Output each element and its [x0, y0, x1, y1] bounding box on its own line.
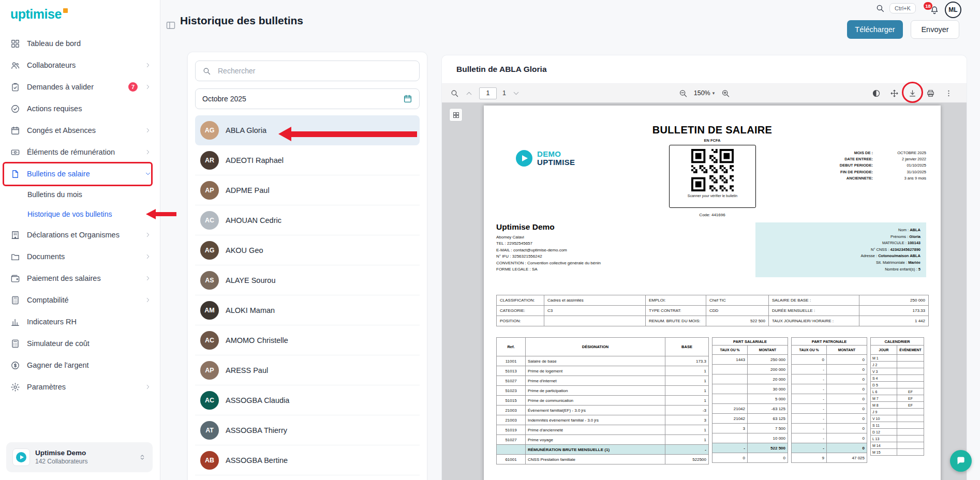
cell-pat-montant: 0: [827, 394, 867, 404]
period-value: Octobre 2025: [202, 95, 246, 103]
employee-list-item[interactable]: ACAHOUAN Cedric: [195, 205, 420, 235]
avatar: AP: [200, 181, 219, 200]
sidebar-item-simulateur-de-cout[interactable]: Simulateur de coût: [0, 333, 160, 354]
page-number-input[interactable]: [479, 87, 497, 99]
cell-evenement: [897, 362, 924, 368]
employee-list-item[interactable]: ATASSOGBA Thierry: [195, 415, 420, 445]
employee-list-item[interactable]: AMALOKI Maman: [195, 295, 420, 325]
print-icon[interactable]: [926, 89, 935, 98]
cell-evenement: [897, 415, 924, 422]
employee-list-panel: Octobre 2025 AGABLA GloriaARADEOTI Rapha…: [187, 52, 427, 480]
cell-pat-taux: 9: [792, 453, 827, 463]
next-page-icon[interactable]: [512, 89, 521, 98]
download-button[interactable]: Télécharger: [847, 20, 903, 39]
payslip-table: Ref. DÉSIGNATION BASE 11001Salaire de ba…: [496, 337, 924, 464]
theme-contrast-icon[interactable]: [872, 89, 881, 98]
sidebar-item-conges-et-absences[interactable]: Congés et Absences: [0, 119, 160, 141]
previous-page-icon[interactable]: [465, 89, 473, 98]
sidebar-subitem-historique-de-vos-bulletins[interactable]: Historique de vos bulletins: [0, 204, 160, 224]
zoom-in-icon[interactable]: [721, 89, 730, 98]
cell-ref: [497, 445, 526, 455]
avatar: AT: [200, 421, 219, 440]
employee-search-input[interactable]: [217, 66, 412, 76]
employee-info-block: Nom : ABLAPrénoms : GloriaMATRICULE : 10…: [755, 222, 926, 277]
collapse-sidebar-button[interactable]: [166, 19, 179, 32]
employee-list-item[interactable]: APARESS Paul: [195, 355, 420, 385]
pdf-viewport[interactable]: BULLETIN DE SALAIRE EN FCFA DEMO UPTIMIS…: [442, 103, 967, 480]
sidebar-item-actions-requises[interactable]: Actions requises: [0, 98, 160, 119]
calendar-icon: [403, 94, 412, 103]
uptimise-logo[interactable]: uptimise: [0, 0, 160, 30]
sidebar-item-documents[interactable]: Documents: [0, 246, 160, 267]
sidebar-subitem-bulletins-du-mois[interactable]: Bulletins du mois: [0, 185, 160, 204]
calendar-row: M 14: [871, 442, 924, 449]
send-button[interactable]: Envoyer: [911, 20, 959, 39]
employee-list-item[interactable]: ASALAYE Sourou: [195, 265, 420, 295]
employee-list-item[interactable]: APADPME Paul: [195, 175, 420, 205]
classification-cell: CATEGORIE:: [497, 306, 544, 316]
part-patronale-table: PART PATRONALE TAUX OU % MONTANT 00-0-0-…: [791, 337, 867, 463]
user-avatar[interactable]: ML: [945, 2, 961, 18]
org-switcher[interactable]: Uptimise Demo 142 Collaborateurs: [6, 442, 153, 472]
qr-caption: Scanner pour vérifier le bulletin: [688, 194, 738, 198]
notifications-button[interactable]: 18: [929, 5, 940, 15]
pan-tool-icon[interactable]: [890, 89, 899, 98]
expand-collapse-icon: [138, 453, 146, 461]
employee-list-item[interactable]: AGAKOU Geo: [195, 235, 420, 265]
avatar: AG: [200, 241, 219, 260]
folder-icon: [10, 252, 20, 262]
global-search: Ctrl+K: [875, 3, 916, 13]
sidebar-item-comptabilite[interactable]: Comptabilité: [0, 289, 160, 311]
employee-list-item[interactable]: ACAMOMO Christelle: [195, 325, 420, 355]
classification-cell: CLASSIFICATION:: [497, 295, 544, 306]
avatar: AG: [200, 121, 219, 140]
chevron-right-icon: [144, 253, 152, 260]
period-select[interactable]: Octobre 2025: [195, 88, 420, 109]
payslip-row: 51019Prime d'ancienneté1: [497, 425, 709, 435]
zoom-level-select[interactable]: 150% ▾: [694, 89, 715, 97]
chat-widget-button[interactable]: [950, 450, 972, 472]
payslip-meta-row: ANCIENNETE:3 ans 9 mois: [791, 175, 926, 182]
cell-jour: M 1: [871, 355, 897, 362]
sidebar-item-demandes-a-valider[interactable]: Demandes à valider7: [0, 76, 160, 98]
find-in-document-icon[interactable]: [450, 89, 459, 98]
sidebar-item-parametres[interactable]: Paramètres: [0, 376, 160, 398]
caret-down-icon: ▾: [712, 91, 715, 96]
sidebar-item-paiement-des-salaires[interactable]: Paiement des salaires: [0, 267, 160, 289]
employee-list-item[interactable]: ABASSOGBA Bertine: [195, 445, 420, 475]
cell-evenement: [897, 409, 924, 415]
cell-pat-taux: -: [792, 394, 827, 404]
cell-jour: J 9: [871, 409, 897, 415]
play-icon: [516, 150, 532, 167]
calendar-row: V 3: [871, 368, 924, 375]
payslip-row: 51027Prime d'internet1: [497, 376, 709, 386]
classification-cell: 173.33: [859, 306, 929, 316]
zoom-out-icon[interactable]: [679, 89, 688, 98]
calendar-row: L 6EF: [871, 388, 924, 395]
employee-name: AMOMO Christelle: [226, 336, 288, 344]
employee-list-item[interactable]: ARADEOTI Raphael: [195, 145, 420, 175]
sidebar-item-tableau-de-bord[interactable]: Tableau de bord: [0, 33, 160, 54]
download-icon[interactable]: [908, 89, 917, 98]
sidebar-item-declarations-et-organismes[interactable]: Déclarations et Organismes: [0, 224, 160, 246]
sidebar-item-collaborateurs[interactable]: Collaborateurs: [0, 54, 160, 76]
more-options-icon[interactable]: [944, 89, 953, 98]
earnings-table: Ref. DÉSIGNATION BASE 11001Salaire de ba…: [496, 337, 709, 464]
cell-ref: 51019: [497, 425, 526, 435]
search-icon[interactable]: [875, 4, 885, 13]
sidebar-item-gagner-de-l-argent[interactable]: Gagner de l'argent: [0, 354, 160, 376]
payslip-document: BULLETIN DE SALAIRE EN FCFA DEMO UPTIMIS…: [484, 106, 941, 480]
employee-list-item[interactable]: ACASSOGBA Claudia: [195, 385, 420, 415]
employee-search[interactable]: [195, 61, 420, 81]
sidebar-item-indicateurs-rh[interactable]: Indicateurs RH: [0, 311, 160, 333]
employee-name: ABLA Gloria: [226, 126, 266, 134]
sidebar-item-bulletins-de-salaire[interactable]: Bulletins de salaire: [0, 163, 160, 185]
employee-list-item[interactable]: AGABLA Gloria: [195, 115, 420, 145]
payslip-row: 61001CNSS Prestation familiale522500: [497, 455, 709, 464]
cell-evenement: [897, 429, 924, 436]
cell-ref: 51027: [497, 376, 526, 386]
sidebar-item-elements-de-remuneration[interactable]: Éléments de rémunération: [0, 141, 160, 163]
page-title: Historique des bulletins: [180, 14, 303, 27]
cell-ref: 11001: [497, 356, 526, 366]
thumbnails-toggle-button[interactable]: [449, 108, 463, 122]
